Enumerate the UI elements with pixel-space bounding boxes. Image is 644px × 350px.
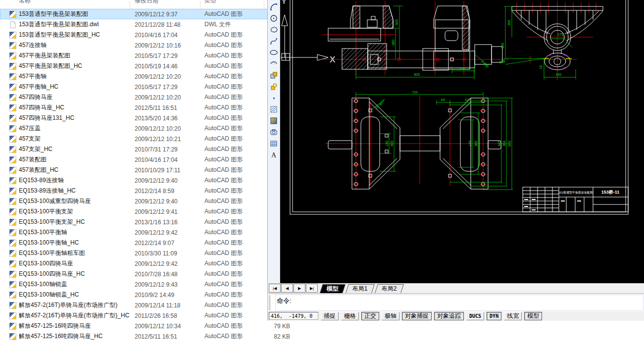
file-row-selected[interactable]: 153普通型平衡悬架装配图 2009/12/12 9:37 AutoCAD 图形 (0, 9, 292, 19)
file-row[interactable]: EQ153-100平衡轴 2009/12/12 9:42 AutoCAD 图形 (0, 227, 292, 238)
status-toggle-正交[interactable]: 正交 (361, 312, 379, 320)
column-header-name[interactable]: 名称 (19, 0, 31, 5)
insert-block-icon[interactable] (268, 69, 280, 81)
file-type: AutoCAD 图形 (204, 218, 265, 226)
tab-last-button[interactable]: ▶| (306, 284, 318, 293)
file-date-modified: 2021/12/28 11:48 (135, 21, 204, 28)
file-row[interactable]: 解放457-125-16吨四骑马座_HC 2012/5/11 16:51 Aut… (0, 331, 292, 342)
view-bracket: 305 350 175 308 18 140 (499, 1, 603, 80)
file-date-modified: 2012/5/11 16:51 (135, 104, 204, 111)
table-icon[interactable] (268, 138, 280, 149)
status-toggle-DUCS[interactable]: DUCS (466, 312, 484, 320)
file-row[interactable]: EQ153-100减重型四骑马座 2009/12/12 9:40 AutoCAD… (0, 196, 292, 206)
file-row[interactable]: 解放457-2(16T)单骑马座(市场推广型)_HC 2011/2/26 16:… (0, 310, 292, 321)
file-row[interactable]: 457平衡轴 2009/12/12 10:20 AutoCAD 图形 (0, 71, 292, 82)
ellipse-icon[interactable] (268, 47, 280, 58)
tab-next-button[interactable]: ▶ (294, 284, 305, 293)
status-toggle-栅格[interactable]: 栅格 (341, 312, 359, 320)
tab-first-button[interactable]: |◀ (269, 284, 281, 293)
file-row[interactable]: 457四骑马座 2009/12/12 10:20 AutoCAD 图形 (0, 92, 292, 102)
drawing-canvas[interactable]: Y X (280, 0, 644, 283)
status-toggle-极轴[interactable]: 极轴 (382, 312, 399, 320)
mtext-icon[interactable]: A (268, 149, 280, 160)
make-block-icon[interactable] (268, 81, 280, 92)
file-date-modified: 2010/10/29 17:11 (135, 167, 204, 174)
file-date-modified: 2012/2/14 9:07 (135, 240, 204, 247)
file-type: AutoCAD 图形 (204, 207, 265, 216)
dwg-file-icon (9, 52, 17, 60)
file-row[interactable]: 457压盖 2009/12/12 10:20 AutoCAD 图形 (0, 123, 292, 134)
column-header-type[interactable]: 类型 (204, 0, 216, 5)
file-row[interactable]: 457装配图_HC 2010/10/29 17:11 AutoCAD 图形 (0, 165, 292, 175)
layout-tab-布局1[interactable]: 布局1 (346, 284, 375, 293)
dim-label: 305 (507, 20, 511, 26)
file-row[interactable]: EQ153-89连接轴 2009/12/12 9:40 AutoCAD 图形 (0, 175, 292, 186)
gradient-icon[interactable] (268, 115, 280, 126)
file-row[interactable]: 457平衡悬架装配图_HC 2010/5/19 14:46 AutoCAD 图形 (0, 61, 292, 71)
file-name: EQ153-100轴锁盖_HC (19, 291, 135, 299)
dwg-file-icon (9, 156, 17, 164)
file-row[interactable]: EQ153-100轴锁盖 2009/12/12 9:43 AutoCAD 图形 (0, 279, 292, 290)
region-icon[interactable] (268, 126, 280, 138)
file-row[interactable]: EQ153-100四骑马座 2009/12/12 9:42 AutoCAD 图形 (0, 258, 292, 269)
file-row[interactable]: 457平衡轴_HC 2010/5/17 17:29 AutoCAD 图形 (0, 82, 292, 92)
file-row[interactable]: 457支架 2009/12/12 10:21 AutoCAD 图形 (0, 134, 292, 144)
status-toggle-线宽[interactable]: 线宽 (504, 312, 522, 320)
file-row[interactable]: EQ153-100四骑马座_HC 2010/7/28 16:48 AutoCAD… (0, 269, 292, 279)
spline-icon[interactable] (268, 35, 280, 47)
file-row[interactable]: 457装配图 2010/4/16 17:04 AutoCAD 图形 (0, 154, 292, 165)
file-type: AutoCAD 图形 (204, 83, 265, 91)
file-row[interactable]: 解放457-125-16吨四骑马座 2009/12/12 10:34 AutoC… (0, 321, 292, 331)
ucs-y-label: Y (282, 0, 287, 5)
file-row[interactable]: 153普通型平衡悬架装配图_HC 2010/4/16 17:04 AutoCAD… (0, 30, 292, 40)
command-prompt[interactable]: 命令: (275, 295, 644, 311)
file-row[interactable]: 457支架_HC 2010/7/31 17:29 AutoCAD 图形 (0, 144, 292, 154)
status-toggle-对象捕捉[interactable]: 对象捕捉 (402, 312, 432, 320)
file-row[interactable]: 解放457-2(16T)单骑马座(市场推广型) 2009/12/14 11:18… (0, 300, 292, 310)
file-row[interactable]: EQ153-100平衡支架_HC 2013/1/16 13:16 AutoCAD… (0, 217, 292, 227)
file-row[interactable]: EQ153-100平衡轴_HC 2012/2/14 9:07 AutoCAD 图… (0, 238, 292, 248)
file-row[interactable]: 457四骑马座_HC 2012/5/11 16:51 AutoCAD 图形 (0, 102, 292, 113)
file-date-modified: 2009/12/12 10:20 (135, 94, 204, 101)
file-row[interactable]: EQ153-100平衡支架 2009/12/12 9:41 AutoCAD 图形 (0, 206, 292, 217)
file-row[interactable]: EQ153-100平衡轴粗车图 2010/3/30 11:09 AutoCAD … (0, 248, 292, 258)
file-type: AutoCAD 图形 (204, 51, 265, 60)
column-separator[interactable] (200, 1, 200, 8)
layout-tab-模型[interactable]: 模型 (320, 284, 346, 293)
dim-label: 175 (557, 33, 563, 36)
title-block: 153普通型平衡悬架装配图 153桥-11 (523, 187, 628, 212)
file-name: EQ153-100减重型四骑马座 (19, 197, 135, 205)
hatch-icon[interactable] (268, 103, 280, 115)
status-toggle-模型[interactable]: 模型 (524, 312, 542, 320)
point-icon[interactable] (268, 92, 280, 103)
dwg-file-icon (9, 125, 17, 133)
status-toggle-捕捉[interactable]: 捕捉 (321, 312, 339, 320)
file-type: AutoCAD 图形 (204, 301, 265, 309)
dwg-file-icon (9, 229, 17, 237)
dwg-file-icon (9, 146, 17, 153)
status-toggle-对象追踪[interactable]: 对象追踪 (434, 312, 464, 320)
file-type: AutoCAD 图形 (204, 72, 265, 81)
column-header-date[interactable]: 修改日期 (135, 0, 158, 5)
file-type: DWL 文件 (204, 20, 265, 29)
circle-icon[interactable] (268, 12, 280, 24)
file-name: 153普通型平衡悬架装配图.dwl (19, 20, 135, 29)
revcloud-icon[interactable] (268, 24, 280, 35)
file-row[interactable]: 457平衡悬架装配图 2010/5/17 17:29 AutoCAD 图形 (0, 50, 292, 61)
cad-drawing: Y X (280, 0, 644, 283)
file-row[interactable]: 457连接轴 2009/12/12 10:16 AutoCAD 图形 (0, 40, 292, 50)
file-row[interactable]: EQ153-100轴锁盖_HC 2010/9/2 14:49 AutoCAD 图… (0, 290, 292, 300)
command-window[interactable]: 命令: (268, 293, 644, 311)
command-window-grip[interactable] (269, 295, 274, 310)
layout-tab-布局2[interactable]: 布局2 (375, 284, 404, 293)
ellipse-arc-icon[interactable] (268, 58, 280, 69)
file-row[interactable]: 457四骑马座131_HC 2013/5/20 14:36 AutoCAD 图形 (0, 113, 292, 123)
file-row[interactable]: 153普通型平衡悬架装配图.dwl 2021/12/28 11:48 DWL 文… (0, 19, 292, 30)
title-block-number: 153桥-11 (601, 190, 620, 195)
arc-icon[interactable] (268, 1, 280, 12)
tab-prev-button[interactable]: ◀ (281, 284, 293, 293)
file-row[interactable]: EQ153-89连接轴_HC 2012/2/14 8:59 AutoCAD 图形 (0, 186, 292, 196)
column-separator[interactable] (264, 1, 264, 8)
column-separator[interactable] (130, 1, 130, 8)
status-toggle-DYN[interactable]: DYN (487, 312, 501, 320)
